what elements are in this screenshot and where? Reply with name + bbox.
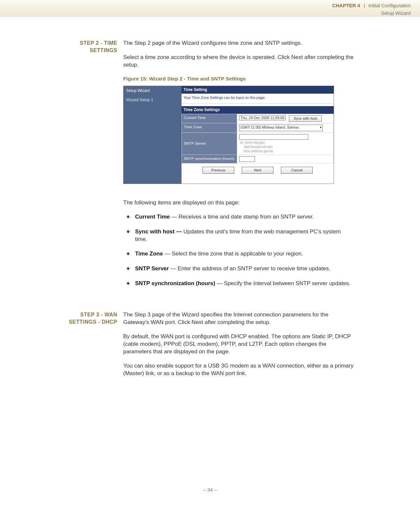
- step2-content: The Step 2 page of the Wizard configures…: [123, 40, 354, 296]
- wizard-sidebar: Setup Wizard Wizard Setup 1: [124, 86, 182, 184]
- panel-title-time-zone: Time Zone Settings: [182, 106, 334, 114]
- step2-p2: Select a time zone according to where th…: [123, 54, 354, 69]
- row-sntp-server: SNTP Server ex: time.nist.gov ntp0.broad…: [182, 133, 334, 155]
- bullet-sntp-server: SNTP Server — Enter the address of an SN…: [123, 265, 354, 273]
- step2-heading-l2: SETTINGS: [90, 47, 117, 53]
- label-time-zone: Time Zone: [182, 123, 237, 133]
- sntp-sync-input[interactable]: [239, 156, 255, 162]
- step3-content: The Step 3 page of the Wizard specifies …: [123, 311, 354, 384]
- step3-heading-l2: SETTINGS - DHCP: [69, 319, 117, 325]
- chapter-sub: Setup Wizard: [0, 10, 411, 16]
- wizard-buttons: Previous Next Cancel: [182, 163, 334, 177]
- label-current-time: Current Time: [182, 114, 237, 123]
- current-time-input[interactable]: Thu, 24 Dec 2009 11:55:00: [239, 115, 286, 120]
- page-number: – 34 –: [0, 487, 420, 493]
- previous-button[interactable]: Previous: [203, 167, 234, 174]
- next-button[interactable]: Next: [242, 167, 273, 174]
- figure-caption: Figure 15: Wizard Step 2 - Time and SNTP…: [123, 75, 354, 82]
- step3-p2: By default, the WAN port is configured w…: [123, 333, 354, 356]
- time-zone-select[interactable]: (GMT-11:00) Midway Island, Samoa: [239, 125, 323, 131]
- row-sntp-sync: SNTP synchronization (hours): [182, 155, 334, 163]
- chapter-label: CHAPTER 4: [332, 3, 360, 8]
- step3-heading-l1: STEP 3 - WAN: [80, 312, 117, 317]
- label-sntp-sync: SNTP synchronization (hours): [182, 155, 237, 163]
- sidebar-item-setup-wizard[interactable]: Setup Wizard: [124, 86, 181, 95]
- row-current-time: Current Time Thu, 24 Dec 2009 11:55:00 S…: [182, 114, 334, 123]
- sntp-server-hint: ex: time.nist.gov ntp0.broad.mit.edu tim…: [240, 140, 331, 153]
- bullet-sntp-sync: SNTP synchronization (hours) — Specify t…: [123, 280, 354, 287]
- bullet-sync-with-host: Sync with host — Updates the unit's time…: [123, 228, 354, 243]
- step2-heading: STEP 2 - TIME SETTINGS: [0, 40, 119, 296]
- step3-p3: You can also enable support for a USB 3G…: [123, 362, 354, 377]
- step2-p1: The Step 2 page of the Wizard configures…: [123, 40, 354, 47]
- label-sntp-server: SNTP Server: [182, 133, 237, 155]
- bullet-current-time: Current Time — Receives a time and date …: [123, 213, 354, 221]
- bullet-time-zone: Time Zone — Select the time zone that is…: [123, 250, 354, 258]
- panel-title-time-setting: Time Setting: [182, 86, 334, 94]
- page-header: CHAPTER 4 | Initial Configuration Setup …: [0, 0, 420, 16]
- header-sep: |: [362, 3, 367, 8]
- figure-15: Setup Wizard Wizard Setup 1 Time Setting…: [123, 86, 334, 184]
- step2-bullets: Current Time — Receives a time and date …: [123, 213, 354, 288]
- items-intro: The following items are displayed on thi…: [123, 199, 354, 207]
- sidebar-item-wizard-step[interactable]: Wizard Setup 1: [124, 95, 181, 104]
- sntp-server-input[interactable]: [239, 134, 308, 140]
- step3-p1: The Step 3 page of the Wizard specifies …: [123, 311, 354, 326]
- sync-with-host-button[interactable]: Sync with host: [289, 115, 322, 122]
- step3-heading: STEP 3 - WAN SETTINGS - DHCP: [0, 311, 119, 384]
- cancel-button[interactable]: Cancel: [281, 167, 313, 174]
- step2-heading-l1: STEP 2 - TIME: [80, 40, 117, 46]
- panel-subtitle: Your Time Zone Settings can be input on …: [182, 94, 334, 104]
- chapter-title: Initial Configuration: [369, 3, 411, 8]
- row-time-zone: Time Zone (GMT-11:00) Midway Island, Sam…: [182, 123, 334, 133]
- settings-table: Current Time Thu, 24 Dec 2009 11:55:00 S…: [182, 114, 334, 163]
